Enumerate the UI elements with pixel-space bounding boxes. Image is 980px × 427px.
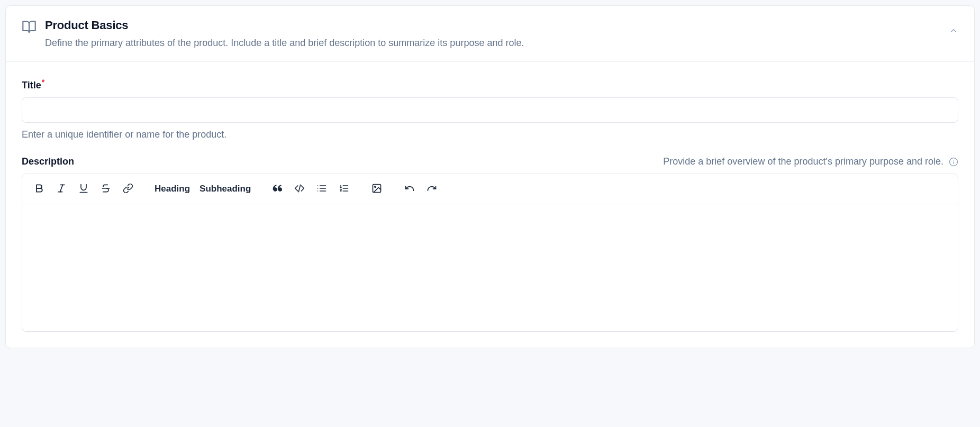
title-label: Title* [22,78,44,91]
title-label-text: Title [22,80,41,90]
bold-icon [34,183,44,195]
heading-button[interactable]: Heading [151,179,193,198]
undo-button[interactable] [400,179,419,198]
title-field: Title* Enter a unique identifier or name… [22,78,958,140]
title-input[interactable] [22,97,958,123]
title-help: Enter a unique identifier or name for th… [22,129,958,140]
chevron-up-icon[interactable] [949,26,958,35]
product-basics-card: Product Basics Define the primary attrib… [5,5,975,348]
description-field: Description Provide a brief overview of … [22,156,958,332]
svg-line-8 [299,185,301,192]
rich-text-editor: Heading Subheading [22,174,958,332]
unordered-list-button[interactable] [312,179,331,198]
undo-icon [404,183,415,195]
section-title: Product Basics [45,19,938,32]
description-label: Description [22,156,74,167]
strikethrough-icon [101,183,111,195]
card-header[interactable]: Product Basics Define the primary attrib… [6,6,974,62]
description-input[interactable] [22,204,958,331]
svg-point-19 [375,186,376,188]
strikethrough-button[interactable] [96,179,115,198]
quote-icon [272,183,283,195]
underline-button[interactable] [74,179,93,198]
ordered-list-button[interactable] [334,179,353,198]
list-ol-icon [339,183,349,195]
redo-button[interactable] [422,179,441,198]
link-button[interactable] [119,179,138,198]
image-icon [371,183,382,195]
code-icon [294,183,305,195]
italic-button[interactable] [52,179,71,198]
image-button[interactable] [367,179,386,198]
italic-icon [56,183,67,195]
svg-line-5 [60,185,63,192]
book-open-icon [22,20,37,34]
card-body: Title* Enter a unique identifier or name… [6,62,974,348]
required-marker: * [42,78,44,86]
header-text-block: Product Basics Define the primary attrib… [45,19,938,50]
quote-button[interactable] [268,179,287,198]
section-subtitle: Define the primary attributes of the pro… [45,37,938,50]
redo-icon [427,183,437,195]
editor-toolbar: Heading Subheading [22,174,958,204]
info-icon[interactable] [949,157,958,167]
link-icon [123,183,133,195]
description-hint-row: Provide a brief overview of the product'… [663,156,958,167]
code-button[interactable] [290,179,309,198]
underline-icon [78,183,89,195]
bold-button[interactable] [30,179,49,198]
list-ul-icon [316,183,327,195]
subheading-button[interactable]: Subheading [196,179,254,198]
description-hint: Provide a brief overview of the product'… [663,156,943,167]
